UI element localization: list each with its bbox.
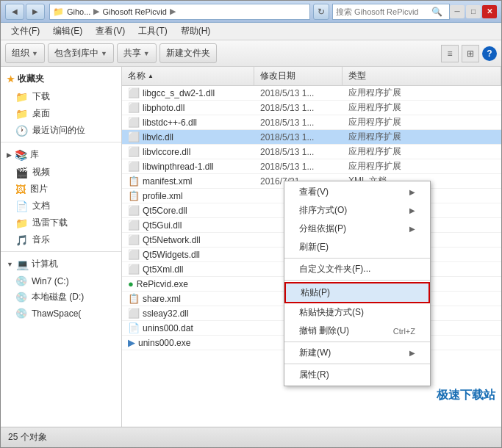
menubar: 文件(F) 编辑(E) 查看(V) 工具(T) 帮助(H) xyxy=(1,23,501,40)
file-name-cell: ⬜ Qt5Network.dll xyxy=(122,234,254,245)
main-area: ★ 收藏夹 📁 下载 📁 桌面 🕐 最近访问的位 xyxy=(1,67,501,427)
file-name: Qt5Core.dll xyxy=(143,206,187,216)
sidebar: ★ 收藏夹 📁 下载 📁 桌面 🕐 最近访问的位 xyxy=(1,67,122,427)
sidebar-item-xunlei[interactable]: 📁 迅雷下载 xyxy=(1,214,121,231)
maximize-button[interactable]: □ xyxy=(466,5,481,18)
table-row[interactable]: ⬜ libwinpthread-1.dll 2018/5/13 1... 应用程… xyxy=(122,159,501,174)
view-details-button[interactable]: ⊞ xyxy=(462,45,479,62)
path-separator-1: ▶ xyxy=(93,7,99,16)
ctx-menu-item[interactable]: 查看(V)▶ xyxy=(284,183,430,201)
table-row[interactable]: ⬜ libgcc_s_dw2-1.dll 2018/5/13 1... 应用程序… xyxy=(122,86,501,101)
table-row[interactable]: ⬜ libvlccore.dll 2018/5/13 1... 应用程序扩展 xyxy=(122,145,501,159)
sidebar-item-recent[interactable]: 🕐 最近访问的位 xyxy=(1,122,121,139)
sidebar-item-desktop[interactable]: 📁 桌面 xyxy=(1,105,121,122)
file-name-cell: 📋 manifest.xml xyxy=(122,176,254,187)
file-type-cell: 应用程序扩展 xyxy=(343,116,501,129)
ctx-menu-item[interactable]: 撤销 删除(U)Ctrl+Z xyxy=(284,322,430,340)
table-row[interactable]: ⬜ libvlc.dll 2018/5/13 1... 应用程序扩展 xyxy=(122,130,501,145)
file-date-cell: 2018/5/13 1... xyxy=(254,88,343,98)
address-bar[interactable]: 📁 Giho... ▶ Gihosoft RePicvid ▶ xyxy=(49,4,310,20)
sidebar-item-thaw[interactable]: 💿 ThawSpace( xyxy=(1,306,121,321)
include-library-chevron: ▼ xyxy=(101,50,107,57)
ctx-menu-item[interactable]: 排序方式(O)▶ xyxy=(284,201,430,220)
menu-view[interactable]: 查看(V) xyxy=(90,24,131,39)
minimize-button[interactable]: ─ xyxy=(450,5,465,18)
sidebar-item-pictures[interactable]: 🖼 图片 xyxy=(1,181,121,198)
sidebar-item-d-drive[interactable]: 💿 本地磁盘 (D:) xyxy=(1,289,121,306)
file-name: manifest.xml xyxy=(143,176,192,187)
new-folder-button[interactable]: 新建文件夹 xyxy=(159,43,217,63)
search-icon: 🔍 xyxy=(431,7,442,17)
menu-tools[interactable]: 工具(T) xyxy=(132,24,173,39)
computer-section: ▼ 💻 计算机 💿 Win7 (C:) 💿 本地磁盘 (D:) 💿 ThawSp… xyxy=(1,255,121,321)
organize-button[interactable]: 组织 ▼ xyxy=(5,43,45,63)
sidebar-item-music[interactable]: 🎵 音乐 xyxy=(1,231,121,248)
library-header[interactable]: ▶ 📚 库 xyxy=(1,145,121,164)
file-type-cell: 应用程序扩展 xyxy=(343,160,501,173)
share-button[interactable]: 共享 ▼ xyxy=(117,43,157,63)
xml-icon: 📋 xyxy=(128,190,140,201)
include-library-button[interactable]: 包含到库中 ▼ xyxy=(48,43,114,63)
ctx-item-label: 刷新(E) xyxy=(299,241,329,253)
back-button[interactable]: ◀ xyxy=(5,4,24,20)
menu-help[interactable]: 帮助(H) xyxy=(175,24,217,39)
table-row[interactable]: ⬜ libphoto.dll 2018/5/13 1... 应用程序扩展 xyxy=(122,101,501,115)
close-button[interactable]: ✕ xyxy=(482,5,497,18)
ctx-menu-item[interactable]: 属性(R) xyxy=(284,366,430,384)
ctx-menu-item[interactable]: 分组依据(P)▶ xyxy=(284,220,430,238)
path-separator-2: ▶ xyxy=(170,7,176,16)
file-type-cell: 应用程序扩展 xyxy=(343,87,501,99)
file-date-cell: 2018/5/13 1... xyxy=(254,132,343,142)
file-name-cell: 📄 unins000.dat xyxy=(122,322,254,333)
file-pane: 名称 ▲ 修改日期 类型 ⬜ libgcc_s_dw2-1.dll 2018/5… xyxy=(122,67,501,427)
view-list-button[interactable]: ≡ xyxy=(441,45,459,62)
sort-arrow-name: ▲ xyxy=(148,73,154,79)
ctx-menu-item[interactable]: 新建(W)▶ xyxy=(284,344,430,362)
col-header-type[interactable]: 类型 xyxy=(343,67,501,85)
exe-green-icon: ● xyxy=(128,278,134,289)
table-row[interactable]: ⬜ libstdc++-6.dll 2018/5/13 1... 应用程序扩展 xyxy=(122,115,501,130)
new-folder-label: 新建文件夹 xyxy=(166,47,210,59)
dll-icon: ⬜ xyxy=(128,102,140,113)
ctx-menu-item[interactable]: 自定义文件夹(F)... xyxy=(284,260,430,278)
desktop-label: 桌面 xyxy=(32,107,50,120)
file-name: unins000.dat xyxy=(143,323,193,333)
file-name: Qt5Xml.dll xyxy=(143,264,183,275)
menu-edit[interactable]: 编辑(E) xyxy=(47,24,88,39)
pictures-label: 图片 xyxy=(30,183,48,195)
col-header-name[interactable]: 名称 ▲ xyxy=(122,67,254,85)
computer-header[interactable]: ▼ 💻 计算机 xyxy=(1,255,121,273)
include-library-label: 包含到库中 xyxy=(54,47,98,59)
sidebar-item-video[interactable]: 🎬 视频 xyxy=(1,164,121,181)
ctx-item-label: 排序方式(O) xyxy=(299,204,347,217)
sidebar-item-download[interactable]: 📁 下载 xyxy=(1,88,121,105)
xml-icon: 📋 xyxy=(128,176,140,187)
help-button[interactable]: ? xyxy=(482,46,497,61)
forward-button[interactable]: ▶ xyxy=(26,4,45,20)
col-header-date[interactable]: 修改日期 xyxy=(254,67,343,85)
ctx-menu-item[interactable]: 粘贴(P) xyxy=(284,282,430,303)
recent-folder-icon: 🕐 xyxy=(15,125,28,137)
c-drive-label: Win7 (C:) xyxy=(32,276,69,286)
pictures-icon: 🖼 xyxy=(15,184,26,195)
ctx-menu-item[interactable]: 刷新(E) xyxy=(284,238,430,256)
sidebar-item-docs[interactable]: 📄 文档 xyxy=(1,198,121,214)
file-name: libgcc_s_dw2-1.dll xyxy=(143,88,215,98)
favorites-header[interactable]: ★ 收藏夹 xyxy=(1,70,121,88)
sidebar-item-c-drive[interactable]: 💿 Win7 (C:) xyxy=(1,273,121,289)
search-box[interactable]: 🔍 xyxy=(332,4,450,20)
dll-icon: ⬜ xyxy=(128,87,140,98)
main-window: ◀ ▶ 📁 Giho... ▶ Gihosoft RePicvid ▶ ↻ 🔍 … xyxy=(0,0,502,448)
file-header: 名称 ▲ 修改日期 类型 xyxy=(122,67,501,86)
refresh-button[interactable]: ↻ xyxy=(313,4,329,20)
ctx-separator xyxy=(284,258,430,259)
ctx-item-shortcut: Ctrl+Z xyxy=(393,327,415,336)
search-input[interactable] xyxy=(336,7,431,16)
c-drive-icon: 💿 xyxy=(15,275,27,286)
thaw-label: ThawSpace( xyxy=(32,308,81,319)
menu-file[interactable]: 文件(F) xyxy=(5,24,46,39)
ctx-item-label: 粘贴快捷方式(S) xyxy=(299,306,364,319)
organize-chevron: ▼ xyxy=(32,50,38,57)
ctx-menu-item[interactable]: 粘贴快捷方式(S) xyxy=(284,303,430,322)
path-part-1: Giho... xyxy=(67,7,90,16)
